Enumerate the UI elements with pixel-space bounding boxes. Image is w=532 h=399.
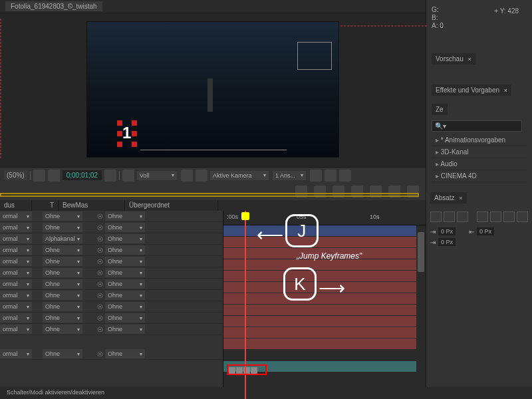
- mode-dropdown[interactable]: ormal: [0, 268, 32, 277]
- mode-dropdown[interactable]: ormal: [0, 291, 32, 300]
- parent-dropdown[interactable]: Ohne: [105, 245, 145, 255]
- layer-row[interactable]: ormalOhne☉Ohne: [0, 301, 223, 313]
- tool-icon[interactable]: [295, 186, 307, 198]
- trkmat-dropdown[interactable]: Alphakanal: [43, 234, 82, 243]
- layer-row[interactable]: ormalAlphakanal☉Ohne: [0, 233, 223, 245]
- preview-panel-tab[interactable]: Vorschau ×: [432, 53, 475, 65]
- tool-icon[interactable]: [332, 186, 344, 198]
- effects-panel-tab[interactable]: Effekte und Vorgaben ×: [432, 84, 511, 96]
- absatz-panel-tab[interactable]: Absatz ×: [430, 192, 467, 203]
- viewer-icon[interactable]: [310, 170, 322, 182]
- project-tab[interactable]: Fotolia_61942803_©_twistah: [5, 1, 102, 11]
- mode-dropdown[interactable]: ormal: [0, 257, 32, 266]
- track-bar[interactable]: [223, 338, 426, 350]
- mask-icon[interactable]: [196, 170, 207, 182]
- trkmat-dropdown[interactable]: Ohne: [43, 279, 82, 289]
- trkmat-dropdown[interactable]: Ohne: [43, 223, 82, 232]
- trkmat-dropdown[interactable]: Ohne: [43, 268, 82, 277]
- layer-row[interactable]: ormalOhne☉Ohne: [0, 290, 223, 301]
- tool-icon[interactable]: [388, 186, 400, 198]
- effect-category[interactable]: 3D-Kanal: [432, 146, 527, 158]
- indent-value[interactable]: 0 Px: [477, 227, 494, 235]
- mode-dropdown[interactable]: ormal: [0, 245, 32, 255]
- layer-row[interactable]: ormalOhne☉Ohne: [0, 324, 223, 335]
- mode-dropdown[interactable]: ormal: [0, 349, 32, 358]
- track-bar[interactable]: [223, 248, 426, 259]
- align-left-button[interactable]: [430, 211, 442, 222]
- viewer-icon[interactable]: [325, 170, 336, 182]
- viewer-icon[interactable]: [48, 170, 60, 182]
- mode-dropdown[interactable]: ormal: [0, 325, 32, 334]
- layer-row[interactable]: ormalOhne☉Ohne: [0, 256, 223, 267]
- resolution-dropdown[interactable]: Voll: [137, 171, 177, 180]
- justify-button[interactable]: [517, 211, 528, 222]
- layer-row[interactable]: ormalOhne☉Ohne: [0, 279, 223, 290]
- mode-dropdown[interactable]: ormal: [0, 279, 32, 289]
- parent-dropdown[interactable]: Ohne: [105, 313, 145, 323]
- trkmat-dropdown[interactable]: Ohne: [43, 325, 82, 334]
- tool-icon[interactable]: [351, 186, 363, 198]
- layer-row[interactable]: ormalOhne☉Ohne: [0, 222, 223, 233]
- trkmat-dropdown[interactable]: Ohne: [43, 291, 82, 300]
- expr-icon[interactable]: ☉: [94, 258, 105, 265]
- close-icon[interactable]: ×: [504, 87, 507, 94]
- trkmat-dropdown[interactable]: Ohne: [43, 245, 82, 255]
- trkmat-dropdown[interactable]: Ohne: [43, 257, 82, 266]
- tab-ze[interactable]: Ze: [432, 104, 448, 115]
- tool-icon[interactable]: [370, 186, 382, 198]
- track-bar[interactable]: [223, 293, 426, 305]
- trkmat-dropdown[interactable]: Ohne: [43, 302, 82, 311]
- indent-value[interactable]: 0 Px: [438, 238, 456, 246]
- justify-button[interactable]: [477, 211, 488, 222]
- justify-button[interactable]: [503, 211, 515, 222]
- time-ruler[interactable]: :00s 05s 10s: [223, 211, 426, 225]
- track-bar[interactable]: [223, 305, 426, 316]
- expr-icon[interactable]: ☉: [94, 303, 105, 311]
- track-bar[interactable]: [223, 259, 426, 271]
- expr-icon[interactable]: ☉: [94, 247, 105, 254]
- align-right-button[interactable]: [457, 211, 468, 222]
- views-dropdown[interactable]: 1 Ans...: [273, 171, 306, 180]
- expr-icon[interactable]: ☉: [94, 326, 105, 333]
- layer-row[interactable]: ormalOhne☉Ohne: [0, 267, 223, 279]
- expr-icon[interactable]: ☉: [94, 350, 105, 358]
- selection-marker[interactable]: [117, 120, 137, 147]
- grid-icon[interactable]: [181, 170, 193, 182]
- trkmat-dropdown[interactable]: Ohne: [43, 349, 82, 358]
- camera-dropdown[interactable]: Aktive Kamera: [210, 171, 269, 180]
- mode-dropdown[interactable]: ormal: [0, 302, 32, 311]
- expr-icon[interactable]: ☉: [94, 235, 105, 243]
- parent-dropdown[interactable]: Ohne: [105, 234, 145, 243]
- expr-icon[interactable]: ☉: [94, 292, 105, 299]
- effects-search[interactable]: 🔍▾: [432, 120, 522, 132]
- parent-dropdown[interactable]: Ohne: [105, 279, 145, 289]
- effect-category[interactable]: Audio: [432, 158, 527, 170]
- justify-button[interactable]: [490, 211, 501, 222]
- mode-dropdown[interactable]: ormal: [0, 313, 32, 323]
- mode-dropdown[interactable]: ormal: [0, 211, 32, 221]
- mode-dropdown[interactable]: ormal: [0, 234, 32, 243]
- effect-category[interactable]: CINEMA 4D: [432, 170, 527, 182]
- parent-dropdown[interactable]: Ohne: [105, 223, 145, 232]
- indent-value[interactable]: 0 Px: [438, 227, 456, 235]
- expr-icon[interactable]: ☉: [94, 315, 105, 322]
- expr-icon[interactable]: ☉: [94, 213, 105, 220]
- parent-dropdown[interactable]: Ohne: [105, 291, 145, 300]
- expr-icon[interactable]: ☉: [94, 281, 105, 288]
- channel-icon[interactable]: [122, 170, 134, 182]
- mode-dropdown[interactable]: ormal: [0, 223, 32, 232]
- layer-row[interactable]: ormalOhne☉Ohne: [0, 245, 223, 256]
- parent-dropdown[interactable]: Ohne: [105, 302, 145, 311]
- track-bar[interactable]: [223, 350, 426, 361]
- expr-icon[interactable]: ☉: [94, 269, 105, 277]
- parent-dropdown[interactable]: Ohne: [105, 268, 145, 277]
- track-bar[interactable]: [223, 282, 426, 293]
- viewer-icon[interactable]: [339, 170, 351, 182]
- trkmat-dropdown[interactable]: Ohne: [43, 313, 82, 323]
- layer-row[interactable]: ormalOhne☉Ohne: [0, 313, 223, 324]
- expr-icon[interactable]: ☉: [94, 224, 105, 231]
- track-bar[interactable]: [223, 225, 426, 237]
- align-center-button[interactable]: [444, 211, 455, 222]
- timeline-tracks[interactable]: :00s 05s 10s: [223, 211, 426, 399]
- close-icon[interactable]: ×: [459, 195, 462, 201]
